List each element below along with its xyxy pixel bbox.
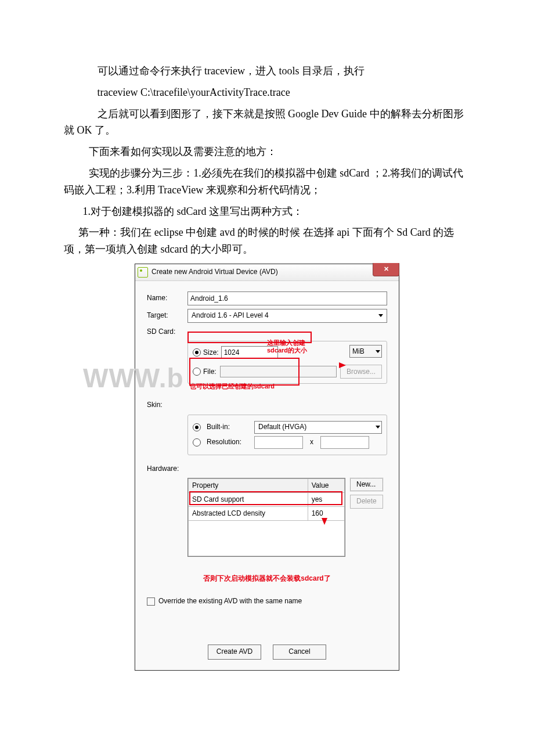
hw-prop: Abstracted LCD density xyxy=(189,507,308,521)
table-row[interactable]: SD Card support yes xyxy=(189,492,345,506)
target-value: Android 1.6 - API Level 4 xyxy=(192,310,269,321)
hw-header-prop: Property xyxy=(189,478,308,492)
resolution-radio[interactable] xyxy=(193,438,201,447)
paragraph: traceview C:\tracefile\yourActivityTrace… xyxy=(64,84,470,101)
override-checkbox[interactable] xyxy=(147,597,155,606)
android-icon xyxy=(138,267,148,278)
delete-button[interactable]: Delete xyxy=(350,495,383,509)
file-label: File: xyxy=(203,366,217,377)
hw-val: yes xyxy=(308,492,344,506)
builtin-combo[interactable]: Default (HVGA) xyxy=(254,421,382,434)
titlebar: Create new Android Virtual Device (AVD) … xyxy=(135,264,399,281)
x-separator: x xyxy=(306,437,317,448)
name-input[interactable] xyxy=(187,291,387,305)
cancel-button[interactable]: Cancel xyxy=(273,645,326,660)
close-icon: ✕ xyxy=(384,264,389,275)
chevron-down-icon xyxy=(376,426,380,429)
paragraph: 实现的步骤分为三步：1.必须先在我们的模拟器中创建 sdCard ；2.将我们的… xyxy=(64,165,470,199)
file-radio[interactable] xyxy=(193,368,201,376)
resolution-width[interactable] xyxy=(254,436,303,449)
close-button[interactable]: ✕ xyxy=(373,263,399,276)
red-annotation: 也可以选择已经创建的sdcard xyxy=(190,383,389,390)
size-label: Size: xyxy=(203,347,219,358)
hardware-label: Hardware: xyxy=(147,463,187,474)
resolution-height[interactable] xyxy=(320,436,369,449)
builtin-label: Built-in: xyxy=(207,422,251,433)
paragraph: 之后就可以看到图形了，接下来就是按照 Google Dev Guide 中的解释… xyxy=(64,106,470,139)
red-annotation: 这里输入创建sdcard的大小 xyxy=(267,339,307,354)
target-label: Target: xyxy=(147,310,187,321)
target-combo[interactable]: Android 1.6 - API Level 4 xyxy=(187,309,387,323)
hw-header-val: Value xyxy=(308,478,344,492)
dialog-title: Create new Android Virtual Device (AVD) xyxy=(151,267,278,278)
builtin-radio[interactable] xyxy=(193,423,201,431)
chevron-down-icon xyxy=(376,311,385,321)
paragraph: 第一种：我们在 eclipse 中创建 avd 的时候的时候 在选择 api 下… xyxy=(64,224,470,258)
paragraph: 下面来看如何实现以及需要注意的地方： xyxy=(64,143,470,160)
size-unit: MiB xyxy=(352,346,365,357)
override-label: Override the existing AVD with the same … xyxy=(158,596,302,607)
size-radio[interactable] xyxy=(193,348,201,357)
sdcard-label: SD Card: xyxy=(147,326,187,337)
new-button[interactable]: New... xyxy=(350,478,383,491)
red-arrow-down-icon xyxy=(322,518,327,525)
watermark: WWW.b xyxy=(83,357,184,400)
resolution-label: Resolution: xyxy=(207,437,251,448)
builtin-value: Default (HVGA) xyxy=(258,422,306,433)
size-unit-combo[interactable]: MiB xyxy=(349,345,382,358)
browse-button[interactable]: Browse... xyxy=(340,365,382,379)
name-label: Name: xyxy=(147,293,187,304)
red-arrow-icon xyxy=(339,362,346,368)
paragraph: 可以通过命令行来执行 traceview，进入 tools 目录后，执行 xyxy=(64,63,470,80)
chevron-down-icon xyxy=(376,350,380,353)
hw-prop: SD Card support xyxy=(189,492,308,506)
paragraph: 1.对于创建模拟器的 sdCard 这里写出两种方式： xyxy=(64,203,470,220)
file-input[interactable] xyxy=(220,366,337,377)
hardware-table: Property Value SD Card support yes Abstr… xyxy=(187,478,345,557)
create-avd-button[interactable]: Create AVD xyxy=(208,645,261,660)
skin-label: Skin: xyxy=(147,399,187,411)
avd-dialog: WWW.b Create new Android Virtual Device … xyxy=(135,264,399,671)
red-annotation: 否则下次启动模拟器就不会装载sdcard了 xyxy=(147,573,387,584)
